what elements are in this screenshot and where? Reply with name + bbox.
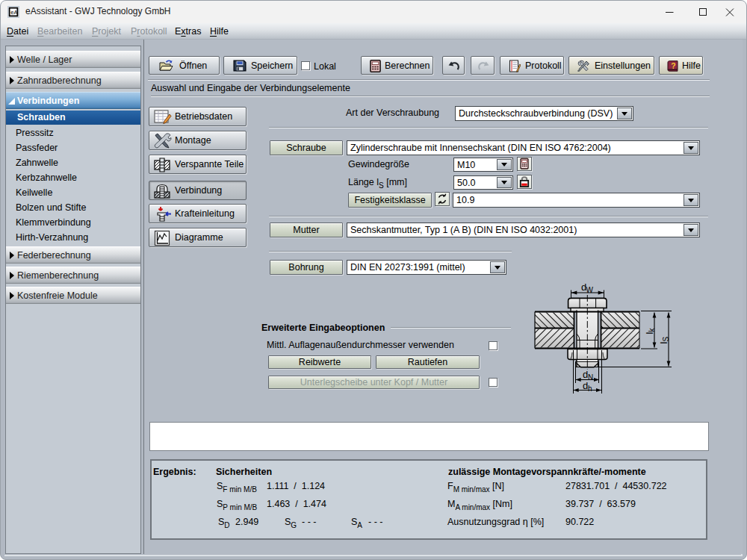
svg-text:N: N bbox=[588, 373, 593, 382]
svg-text:h: h bbox=[588, 385, 592, 393]
svg-text:lk: lk bbox=[644, 328, 656, 335]
svg-text:lS: lS bbox=[658, 337, 670, 344]
svg-text:?: ? bbox=[671, 61, 675, 70]
svg-text:eA: eA bbox=[10, 9, 17, 16]
